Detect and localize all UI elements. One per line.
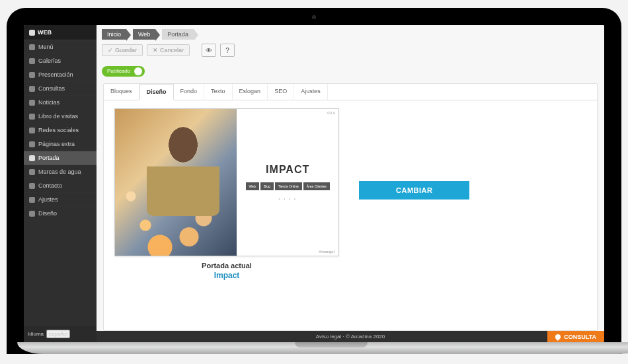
content-panel: Bloques Diseño Fondo Texto Eslogan SEO A… <box>103 83 598 332</box>
preview-panel: 03.4 IMPACT Web Blog Tienda Online Área … <box>237 109 338 256</box>
gear-icon <box>29 197 35 203</box>
help-icon: ? <box>225 47 229 54</box>
preview-nav-item: Área Clientes <box>303 182 330 190</box>
tab-texto[interactable]: Texto <box>204 84 233 100</box>
preview-tag: 03.4 <box>327 111 335 115</box>
toggle-knob <box>134 67 142 75</box>
sidebar-item-noticias[interactable]: Noticias <box>24 96 97 110</box>
watermark-icon <box>29 169 35 175</box>
home-icon <box>29 155 35 161</box>
share-icon <box>29 127 35 133</box>
current-cover-name: Impact <box>114 271 339 280</box>
main: Inicio Web Portada ✓Guardar ✕Cancelar 👁 … <box>97 25 604 342</box>
consulta-label: CONSULTA <box>564 334 596 340</box>
page-icon <box>29 141 35 147</box>
person-illustration <box>147 117 219 216</box>
sidebar-item-diseno[interactable]: Diseño <box>24 207 97 221</box>
laptop-base <box>17 342 628 354</box>
sidebar-item-menu[interactable]: Menú <box>24 40 97 54</box>
sidebar-item-label: Diseño <box>38 210 57 217</box>
sidebar-item-label: Páginas extra <box>38 141 75 147</box>
sidebar-item-label: Menú <box>38 44 54 50</box>
tab-fondo[interactable]: Fondo <box>174 84 205 100</box>
lang-select[interactable]: español <box>46 330 70 338</box>
book-icon <box>29 114 35 120</box>
preview-nav: Web Blog Tienda Online Área Clientes <box>246 182 330 190</box>
preview-nav-item: Blog <box>260 182 274 190</box>
preview-photo <box>115 109 237 256</box>
tab-eslogan[interactable]: Eslogan <box>233 84 268 100</box>
preview-social-icons: • • • • <box>278 197 296 201</box>
publish-row: Publicado <box>97 61 604 79</box>
gallery-icon <box>29 58 35 64</box>
laptop-notch <box>295 342 368 347</box>
change-button[interactable]: CAMBIAR <box>359 181 469 200</box>
preview-column: 03.4 IMPACT Web Blog Tienda Online Área … <box>114 108 339 280</box>
presentation-icon <box>29 72 35 78</box>
sidebar-item-presentacion[interactable]: Presentación <box>24 68 97 82</box>
tabs: Bloques Diseño Fondo Texto Eslogan SEO A… <box>104 84 597 100</box>
sidebar-item-marcas[interactable]: Marcas de agua <box>24 165 97 179</box>
sidebar-item-paginas[interactable]: Páginas extra <box>24 137 97 151</box>
monitor-icon <box>29 30 35 36</box>
x-icon: ✕ <box>153 47 158 54</box>
toolbar: ✓Guardar ✕Cancelar 👁 ? <box>97 44 604 61</box>
sidebar-item-redes[interactable]: Redes sociales <box>24 124 97 137</box>
sidebar-item-portada[interactable]: Portada <box>24 151 97 165</box>
sidebar-items: Menú Galerías Presentación Consultas Not… <box>24 40 97 326</box>
footer-copy: Aviso legal · © Arcadina 2020 <box>316 334 385 340</box>
screen: WEB Menú Galerías Presentación Consultas… <box>24 25 604 342</box>
sidebar-header: WEB <box>24 25 97 40</box>
preview-nav-item: Web <box>246 182 259 190</box>
sidebar-item-label: Galerías <box>38 57 61 64</box>
sidebar-item-label: Consultas <box>38 85 65 92</box>
change-column: CAMBIAR <box>359 108 469 200</box>
sidebar-item-label: Ajustes <box>38 196 58 203</box>
breadcrumb: Inicio Web Portada <box>97 25 604 44</box>
sidebar-item-ajustes[interactable]: Ajustes <box>24 193 97 207</box>
preview-brand: IMPACT <box>266 164 309 176</box>
tab-diseno[interactable]: Diseño <box>139 84 174 100</box>
sidebar-item-label: Marcas de agua <box>38 168 81 175</box>
cancel-label: Cancelar <box>160 47 184 54</box>
check-icon: ✓ <box>108 47 113 54</box>
crumb-inicio[interactable]: Inicio <box>102 29 126 40</box>
theme-preview: 03.4 IMPACT Web Blog Tienda Online Área … <box>114 108 339 256</box>
sidebar-item-label: Presentación <box>38 71 73 78</box>
tab-ajustes[interactable]: Ajustes <box>294 84 328 100</box>
cancel-button[interactable]: ✕Cancelar <box>147 44 190 56</box>
sidebar: WEB Menú Galerías Presentación Consultas… <box>24 25 97 342</box>
help-button[interactable]: ? <box>220 44 235 57</box>
preview-footer: Arcangel <box>319 250 334 254</box>
brush-icon <box>29 211 35 217</box>
save-label: Guardar <box>115 47 137 54</box>
tab-bloques[interactable]: Bloques <box>104 84 139 100</box>
chat-icon <box>555 334 561 340</box>
menu-icon <box>29 44 35 50</box>
laptop-frame: WEB Menú Galerías Presentación Consultas… <box>7 8 621 354</box>
sidebar-item-label: Noticias <box>38 99 59 106</box>
inbox-icon <box>29 86 35 92</box>
sidebar-item-label: Libro de visitas <box>38 113 78 120</box>
design-area: 03.4 IMPACT Web Blog Tienda Online Área … <box>104 100 597 331</box>
news-icon <box>29 100 35 106</box>
contact-icon <box>29 183 35 189</box>
current-cover-label: Portada actual <box>114 262 339 270</box>
crumb-web[interactable]: Web <box>133 29 155 40</box>
sidebar-footer: Idioma español <box>24 326 97 342</box>
consulta-button[interactable]: CONSULTA <box>547 331 604 342</box>
sidebar-title: WEB <box>38 29 52 36</box>
publish-toggle[interactable]: Publicado <box>102 66 145 77</box>
preview-button[interactable]: 👁 <box>202 44 216 57</box>
eye-icon: 👁 <box>206 47 212 54</box>
save-button[interactable]: ✓Guardar <box>102 44 143 56</box>
sidebar-item-contacto[interactable]: Contacto <box>24 179 97 193</box>
sidebar-item-libro[interactable]: Libro de visitas <box>24 110 97 124</box>
sidebar-item-galerias[interactable]: Galerías <box>24 54 97 68</box>
sidebar-item-consultas[interactable]: Consultas <box>24 82 97 96</box>
sidebar-item-label: Portada <box>38 155 59 161</box>
lang-label: Idioma <box>28 331 44 337</box>
sidebar-item-label: Redes sociales <box>38 127 79 133</box>
crumb-portada: Portada <box>162 29 194 40</box>
tab-seo[interactable]: SEO <box>268 84 294 100</box>
